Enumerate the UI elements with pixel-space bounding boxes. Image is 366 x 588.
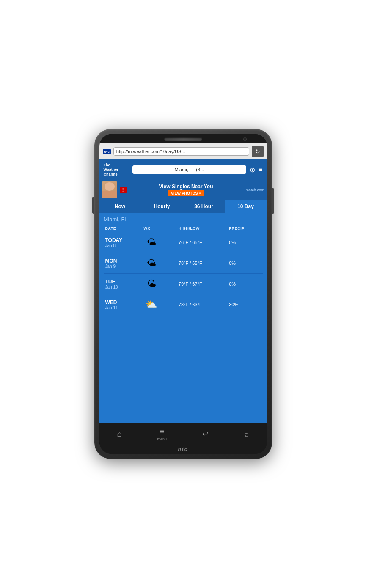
ad-banner[interactable]: ! View Singles Near You VIEW PHOTOS » ma… [99, 180, 267, 200]
location-input[interactable]: Miami, FL (3... [132, 165, 247, 174]
cell-highlow-2: 79°F / 67°F [177, 274, 227, 294]
day-name-1: MON [105, 258, 140, 264]
temp-0: 76°F / 65°F [179, 240, 226, 245]
menu-nav-icon: ≡ [160, 427, 165, 436]
wx-icon-1: 🌤 [144, 256, 159, 271]
table-row: TUE Jan 10 🌤 79°F / 67°F 0% [104, 274, 263, 294]
cell-highlow-1: 78°F / 65°F [177, 253, 227, 274]
volume-button[interactable] [92, 197, 94, 214]
phone-screen-area: twc http://m.weather.com/10day/US... ↻ T… [99, 134, 267, 454]
day-date-0: Jan 8 [105, 243, 140, 248]
nav-back[interactable]: ↩ [202, 429, 209, 439]
logo-line2: Weather [104, 168, 129, 172]
col-precip: PRECIP [227, 225, 262, 232]
wx-icon-0: 🌤 [144, 235, 159, 250]
cell-date-2: TUE Jan 10 [104, 274, 142, 294]
tab-now[interactable]: Now [99, 200, 141, 213]
refresh-button[interactable]: ↻ [252, 146, 264, 157]
top-bezel [99, 134, 267, 143]
precip-0: 0% [229, 240, 261, 245]
day-date-1: Jan 9 [105, 264, 140, 269]
exclamation-badge: ! [120, 187, 127, 193]
col-wx: WX [142, 225, 177, 232]
day-name-2: TUE [105, 279, 140, 285]
weather-content: Miami, FL DATE WX HIGH/LOW PRECIP [99, 213, 267, 423]
wx-icon-2: 🌤 [144, 276, 159, 291]
menu-nav-label: menu [157, 437, 167, 441]
cell-wx-1: 🌤 [142, 253, 177, 274]
precip-2: 0% [229, 281, 261, 286]
ad-photo [102, 181, 117, 198]
table-header-row: DATE WX HIGH/LOW PRECIP [104, 225, 263, 232]
city-name: Miami, FL [104, 216, 263, 223]
front-camera [243, 137, 247, 141]
wx-icon-3: ⛅ [144, 297, 159, 312]
cell-wx-3: ⛅ [142, 294, 177, 315]
cell-highlow-0: 76°F / 65°F [177, 232, 227, 253]
cell-wx-2: 🌤 [142, 274, 177, 294]
precip-1: 0% [229, 261, 261, 266]
cell-precip-3: 30% [227, 294, 262, 315]
screen: twc http://m.weather.com/10day/US... ↻ T… [99, 143, 267, 444]
back-icon: ↩ [202, 429, 209, 439]
cell-precip-2: 0% [227, 274, 262, 294]
logo-line1: The [104, 163, 129, 168]
table-row: WED Jan 11 ⛅ 78°F / 63°F 30% [104, 294, 263, 315]
precip-3: 30% [229, 302, 261, 307]
cell-date-1: MON Jan 9 [104, 253, 142, 274]
cell-wx-0: 🌤 [142, 232, 177, 253]
temp-1: 78°F / 65°F [179, 261, 226, 266]
twc-badge: twc [103, 149, 111, 154]
nav-search[interactable]: ⌕ [244, 430, 249, 439]
tab-36hour[interactable]: 36 Hour [183, 200, 225, 213]
browser-bar: twc http://m.weather.com/10day/US... ↻ [99, 143, 267, 159]
cell-precip-0: 0% [227, 232, 262, 253]
speaker-grille [164, 137, 202, 141]
ad-source: match.com [245, 188, 264, 192]
app-content: The Weather Channel Miami, FL (3... ⊕ ≡ … [99, 159, 267, 423]
cell-date-3: WED Jan 11 [104, 294, 142, 315]
ad-text-area: View Singles Near You VIEW PHOTOS » [129, 184, 243, 196]
menu-icon[interactable]: ≡ [259, 166, 262, 174]
temp-3: 78°F / 63°F [179, 302, 226, 307]
phone-device: twc http://m.weather.com/10day/US... ↻ T… [94, 129, 272, 459]
cell-precip-1: 0% [227, 253, 262, 274]
power-button[interactable] [272, 188, 274, 214]
tab-10day[interactable]: 10 Day [225, 200, 267, 213]
cell-highlow-3: 78°F / 63°F [177, 294, 227, 315]
day-date-3: Jan 11 [105, 305, 140, 310]
url-bar[interactable]: http://m.weather.com/10day/US... [113, 147, 249, 156]
weather-table: DATE WX HIGH/LOW PRECIP TODAY Jan 8 🌤 76… [104, 225, 263, 315]
bottom-bezel: htc [99, 444, 267, 454]
tabs-bar: Now Hourly 36 Hour 10 Day [99, 200, 267, 213]
tab-hourly[interactable]: Hourly [141, 200, 183, 213]
search-icon: ⌕ [244, 430, 249, 439]
table-row: TODAY Jan 8 🌤 76°F / 65°F 0% [104, 232, 263, 253]
location-icon[interactable]: ⊕ [250, 166, 255, 174]
app-header: The Weather Channel Miami, FL (3... ⊕ ≡ [99, 159, 267, 180]
table-row: MON Jan 9 🌤 78°F / 65°F 0% [104, 253, 263, 274]
twc-logo: The Weather Channel [104, 163, 129, 176]
home-icon: ⌂ [117, 430, 122, 439]
ad-title: View Singles Near You [159, 184, 213, 190]
ad-button[interactable]: VIEW PHOTOS » [168, 190, 204, 196]
logo-line3: Channel [104, 172, 129, 177]
day-name-0: TODAY [105, 237, 140, 243]
day-name-3: WED [105, 299, 140, 305]
col-highlow: HIGH/LOW [177, 225, 227, 232]
col-date: DATE [104, 225, 142, 232]
temp-2: 79°F / 67°F [179, 281, 226, 286]
header-icons: ⊕ ≡ [250, 166, 262, 174]
nav-home[interactable]: ⌂ [117, 430, 122, 439]
day-date-2: Jan 10 [105, 285, 140, 289]
htc-logo: htc [178, 446, 188, 452]
nav-menu[interactable]: ≡ menu [157, 427, 167, 441]
bottom-nav: ⌂ ≡ menu ↩ ⌕ [99, 423, 267, 444]
cell-date-0: TODAY Jan 8 [104, 232, 142, 253]
